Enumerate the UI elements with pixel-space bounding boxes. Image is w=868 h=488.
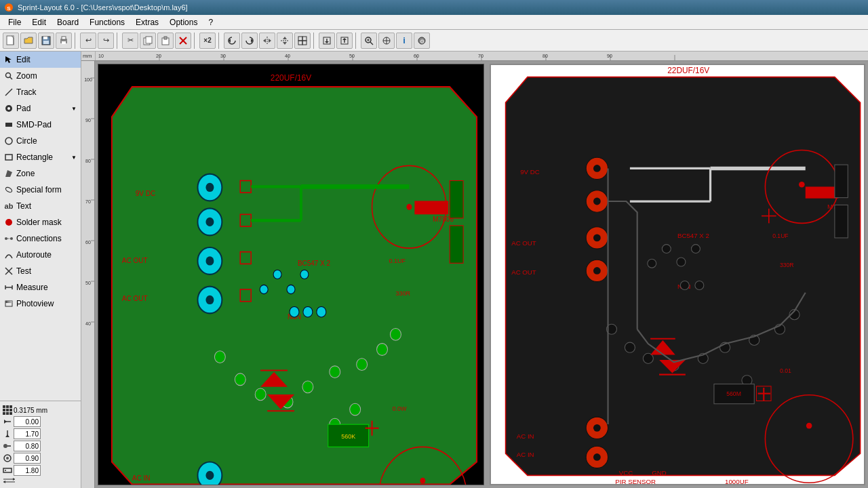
cut-button[interactable]: ✂ bbox=[122, 33, 138, 49]
svg-text:10: 10 bbox=[98, 54, 104, 58]
test-icon bbox=[4, 266, 14, 276]
svg-marker-32 bbox=[342, 38, 347, 40]
tool-measure[interactable]: Measure bbox=[0, 279, 81, 296]
label-00w: 0.0W bbox=[392, 405, 406, 413]
pcb-right-view[interactable]: 22DUF/16V 9V DC AC OUT AC OUT M7306 bbox=[490, 64, 865, 485]
tool-zone[interactable]: Zone bbox=[0, 165, 81, 182]
svg-marker-51 bbox=[5, 170, 12, 177]
tool-zoom[interactable]: Zoom bbox=[0, 68, 81, 84]
title-text: Sprint-Layout 6.0 - [C:\Users\vspot\Desk… bbox=[18, 3, 188, 12]
tool-connections[interactable]: Connections bbox=[0, 230, 81, 247]
zone-icon bbox=[4, 169, 14, 178]
svg-text:30: 30 bbox=[220, 54, 226, 58]
svg-marker-76 bbox=[4, 420, 7, 424]
svg-point-136 bbox=[303, 307, 313, 317]
tool-edit[interactable]: Edit bbox=[0, 52, 81, 68]
rotate-left-button[interactable] bbox=[224, 33, 240, 49]
tool-pad[interactable]: Pad ▼ bbox=[0, 100, 81, 117]
svg-line-45 bbox=[5, 89, 12, 96]
tool-autoroute[interactable]: Autoroute bbox=[0, 247, 81, 263]
tool-photoview[interactable]: Photoview bbox=[0, 296, 81, 312]
menu-extras[interactable]: Extras bbox=[130, 16, 164, 28]
svg-text:40: 40 bbox=[85, 321, 91, 326]
redo-button[interactable]: ↪ bbox=[98, 33, 114, 49]
tool-photoview-label: Photoview bbox=[16, 299, 54, 308]
paste-button[interactable] bbox=[157, 33, 174, 49]
menu-board[interactable]: Board bbox=[52, 16, 84, 28]
zoom-fit-button[interactable] bbox=[361, 33, 377, 49]
via-d-value: 0.90 bbox=[14, 453, 41, 464]
svg-marker-29 bbox=[325, 41, 329, 43]
svg-rect-26 bbox=[302, 41, 307, 45]
flip-button[interactable] bbox=[277, 33, 293, 49]
drc-button[interactable]: ⚙ bbox=[414, 33, 430, 49]
svg-marker-21 bbox=[283, 37, 287, 39]
menu-bar: File Edit Board Functions Extras Options… bbox=[0, 15, 868, 30]
svg-point-142 bbox=[302, 381, 313, 393]
svg-rect-4 bbox=[43, 37, 47, 39]
svg-rect-208 bbox=[806, 187, 839, 199]
tool-track[interactable]: Track bbox=[0, 84, 81, 100]
svg-text:BC547 X 2: BC547 X 2 bbox=[677, 232, 709, 239]
svg-point-49 bbox=[5, 138, 12, 144]
tool-circle[interactable]: Circle bbox=[0, 133, 81, 149]
pos-x-row: 0.00 bbox=[3, 416, 78, 427]
import-button[interactable] bbox=[319, 33, 335, 49]
label-acout1: AC OUT bbox=[122, 256, 148, 265]
svg-rect-235 bbox=[835, 165, 848, 198]
print-button[interactable] bbox=[56, 33, 72, 49]
tool-special[interactable]: Special form bbox=[0, 182, 81, 198]
save-button[interactable] bbox=[38, 33, 54, 49]
menu-help[interactable]: ? bbox=[203, 16, 218, 28]
toolbar-sep-3 bbox=[194, 33, 197, 49]
group-button[interactable] bbox=[294, 33, 311, 49]
ratsnest-button[interactable] bbox=[378, 33, 395, 49]
svg-point-135 bbox=[290, 307, 299, 317]
mirror-button[interactable] bbox=[259, 33, 275, 49]
svg-point-215 bbox=[643, 354, 653, 364]
title-bar: S Sprint-Layout 6.0 - [C:\Users\vspot\De… bbox=[0, 0, 868, 15]
tool-special-label: Special form bbox=[16, 185, 62, 195]
tool-text[interactable]: ab Text bbox=[0, 198, 81, 214]
delete-button[interactable] bbox=[175, 33, 191, 49]
info-button[interactable]: i bbox=[396, 33, 412, 49]
svg-text:60: 60 bbox=[414, 54, 419, 58]
svg-point-138 bbox=[214, 351, 225, 363]
rect-chevron: ▼ bbox=[71, 155, 77, 161]
tool-solder-mask[interactable]: Solder mask bbox=[0, 214, 81, 230]
menu-functions[interactable]: Functions bbox=[84, 16, 130, 28]
tool-smd-pad[interactable]: SMD-Pad bbox=[0, 117, 81, 133]
svg-rect-73 bbox=[6, 412, 9, 415]
undo-button[interactable]: ↩ bbox=[80, 33, 96, 49]
menu-options[interactable]: Options bbox=[164, 16, 203, 28]
svg-text:70: 70 bbox=[85, 199, 91, 204]
export-button[interactable] bbox=[336, 33, 353, 49]
svg-point-54 bbox=[5, 237, 7, 240]
arrow-icon bbox=[4, 55, 14, 64]
svg-point-52 bbox=[5, 186, 13, 193]
svg-text:AC IN: AC IN bbox=[517, 433, 534, 441]
svg-marker-86 bbox=[13, 478, 15, 481]
svg-point-148 bbox=[350, 403, 361, 415]
open-button[interactable] bbox=[20, 33, 37, 49]
menu-edit[interactable]: Edit bbox=[26, 16, 52, 28]
svg-point-129 bbox=[205, 471, 214, 480]
new-button[interactable] bbox=[3, 33, 19, 49]
tool-test[interactable]: Test bbox=[0, 263, 81, 279]
svg-text:40: 40 bbox=[285, 54, 290, 58]
svg-point-189 bbox=[593, 198, 601, 205]
copy-button[interactable] bbox=[140, 33, 156, 49]
menu-file[interactable]: File bbox=[3, 16, 26, 28]
tool-rectangle[interactable]: Rectangle ▼ bbox=[0, 149, 81, 165]
svg-point-133 bbox=[287, 285, 295, 294]
svg-rect-23 bbox=[298, 37, 302, 41]
label-220uf: 220UF/16V bbox=[271, 73, 312, 83]
svg-point-193 bbox=[593, 267, 601, 274]
tool-rectangle-label: Rectangle bbox=[16, 152, 53, 162]
pcb-left-view[interactable]: 220UF/16V 9V DC AC OUT AC OUT M7806 BC54… bbox=[98, 64, 484, 485]
rotate-right-button[interactable] bbox=[241, 33, 258, 49]
rectangle-icon bbox=[4, 152, 14, 162]
svg-rect-165 bbox=[450, 226, 463, 263]
x2-button[interactable]: ×2 bbox=[199, 33, 216, 49]
label-bc547: BC547 X 2 bbox=[298, 258, 330, 267]
